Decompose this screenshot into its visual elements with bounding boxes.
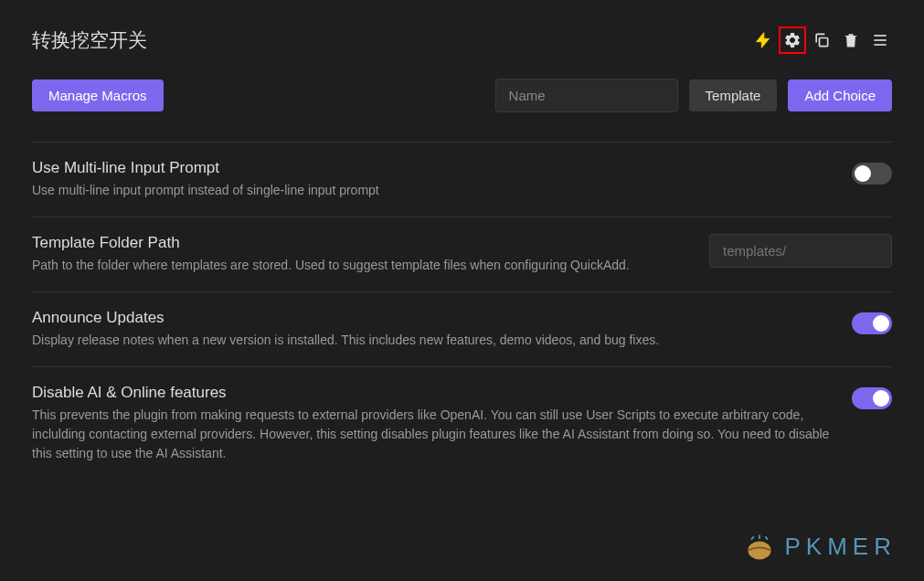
setting-multiline: Use Multi-line Input Prompt Use multi-li… (32, 142, 892, 217)
setting-title: Disable AI & Online features (32, 384, 834, 402)
multiline-toggle[interactable] (852, 163, 892, 185)
trash-icon[interactable] (839, 28, 863, 52)
pkmer-logo-icon (743, 530, 776, 563)
svg-line-5 (751, 536, 754, 540)
svg-point-4 (748, 542, 770, 560)
header-icons (751, 28, 892, 52)
page-title: 转换挖空开关 (32, 27, 147, 53)
announce-updates-toggle[interactable] (852, 312, 892, 334)
copy-icon[interactable] (810, 28, 834, 52)
setting-announce-updates: Announce Updates Display release notes w… (32, 291, 892, 366)
menu-icon[interactable] (868, 28, 892, 52)
add-choice-button[interactable]: Add Choice (788, 79, 892, 111)
bolt-icon[interactable] (751, 28, 775, 52)
setting-title: Use Multi-line Input Prompt (32, 159, 834, 177)
action-row: Manage Macros Template Add Choice (32, 79, 892, 112)
setting-desc: Use multi-line input prompt instead of s… (32, 181, 834, 200)
setting-title: Announce Updates (32, 309, 834, 327)
setting-title: Template Folder Path (32, 234, 691, 252)
setting-desc: This prevents the plugin from making req… (32, 406, 834, 463)
setting-disable-ai: Disable AI & Online features This preven… (32, 366, 892, 480)
setting-desc: Display release notes when a new version… (32, 331, 834, 350)
svg-line-7 (765, 536, 768, 540)
template-button[interactable]: Template (689, 79, 778, 111)
watermark-text: PKMER (785, 533, 897, 561)
svg-rect-0 (820, 38, 828, 47)
setting-desc: Path to the folder where templates are s… (32, 256, 691, 275)
name-input[interactable] (495, 79, 678, 112)
watermark: PKMER (743, 530, 897, 563)
manage-macros-button[interactable]: Manage Macros (32, 79, 164, 111)
template-folder-input[interactable] (709, 234, 892, 268)
setting-template-folder: Template Folder Path Path to the folder … (32, 217, 892, 291)
gear-icon[interactable] (781, 28, 804, 52)
disable-ai-toggle[interactable] (852, 387, 892, 409)
